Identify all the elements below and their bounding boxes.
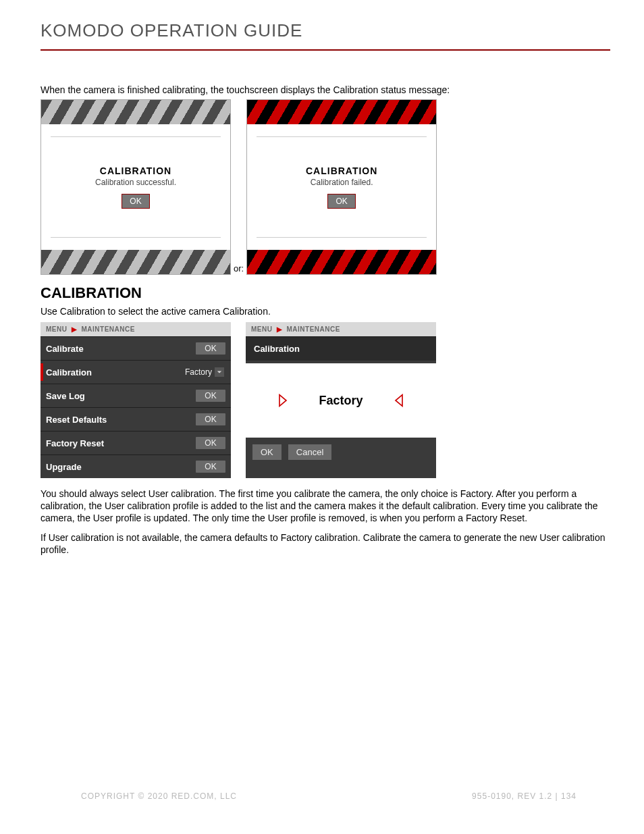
divider	[257, 136, 427, 137]
maintenance-menu: MENU ▶ MAINTENANCE CalibrateOKCalibratio…	[41, 322, 231, 478]
ok-button[interactable]: OK	[122, 194, 150, 209]
title-rule	[41, 49, 610, 51]
intro-text: When the camera is finished calibrating,…	[41, 84, 610, 95]
menu-item-label: Factory Reset	[46, 438, 104, 448]
dropdown-value[interactable]: Factory	[180, 366, 225, 378]
menu-item-label: Calibration	[46, 367, 92, 377]
menu-item-calibrate[interactable]: CalibrateOK	[41, 336, 231, 360]
divider	[257, 237, 427, 238]
picker-buttons: OK Cancel	[246, 438, 436, 468]
chevron-right-icon: ▶	[277, 325, 283, 333]
hazard-stripe-icon	[41, 100, 230, 124]
status-body: CALIBRATION Calibration successful. OK	[41, 124, 230, 250]
chevron-down-icon	[215, 367, 224, 377]
menu-item-label: Upgrade	[46, 462, 82, 472]
divider	[51, 237, 221, 238]
chevron-left-icon[interactable]	[393, 394, 405, 407]
chevron-right-icon: ▶	[72, 325, 78, 333]
picker-title: Calibration	[246, 336, 436, 361]
breadcrumb: MENU ▶ MAINTENANCE	[41, 322, 231, 336]
menu-item-factory-reset[interactable]: Factory ResetOK	[41, 431, 231, 454]
status-message: Calibration successful.	[95, 178, 176, 187]
hazard-stripe-icon	[247, 100, 436, 124]
menu-item-label: Reset Defaults	[46, 415, 107, 425]
section-heading: CALIBRATION	[41, 284, 610, 302]
calibration-picker-panel: MENU ▶ MAINTENANCE Calibration Factory O…	[246, 322, 436, 478]
picker-value: Factory	[319, 394, 363, 408]
cancel-button[interactable]: Cancel	[288, 444, 331, 460]
footer-copyright: COPYRIGHT © 2020 RED.COM, LLC	[81, 791, 237, 801]
selection-marker	[41, 363, 43, 381]
footer-pageinfo: 955-0190, REV 1.2 | 134	[472, 791, 576, 801]
or-label: or:	[234, 263, 244, 275]
menu-item-upgrade[interactable]: UpgradeOK	[41, 454, 231, 478]
status-title: CALIBRATION	[100, 165, 171, 176]
breadcrumb-leaf: MAINTENANCE	[287, 325, 340, 333]
ok-button[interactable]: OK	[196, 413, 225, 425]
menu-item-reset-defaults[interactable]: Reset DefaultsOK	[41, 407, 231, 431]
divider	[51, 136, 221, 137]
status-message: Calibration failed.	[311, 178, 373, 187]
body-paragraph: If User calibration is not available, th…	[41, 531, 610, 556]
menu-item-calibration[interactable]: CalibrationFactory	[41, 360, 231, 384]
ok-button[interactable]: OK	[196, 342, 225, 355]
status-panel-success: CALIBRATION Calibration successful. OK	[41, 99, 231, 275]
breadcrumb-root: MENU	[46, 325, 67, 333]
hazard-stripe-icon	[247, 250, 436, 274]
breadcrumb-leaf: MAINTENANCE	[82, 325, 135, 333]
menu-item-save-log[interactable]: Save LogOK	[41, 384, 231, 407]
value-picker[interactable]: Factory	[246, 363, 436, 438]
menu-item-label: Calibrate	[46, 344, 84, 354]
status-panel-fail: CALIBRATION Calibration failed. OK	[246, 99, 437, 275]
ok-button[interactable]: OK	[327, 194, 356, 209]
ok-button[interactable]: OK	[196, 390, 225, 402]
status-body: CALIBRATION Calibration failed. OK	[247, 124, 436, 250]
section-sub: Use Calibration to select the active cam…	[41, 306, 610, 317]
menu-list: CalibrateOKCalibrationFactorySave LogOKR…	[41, 336, 231, 478]
page-footer: COPYRIGHT © 2020 RED.COM, LLC 955-0190, …	[81, 791, 576, 801]
body-paragraph: You should always select User calibratio…	[41, 488, 610, 525]
breadcrumb: MENU ▶ MAINTENANCE	[246, 322, 436, 336]
menu-item-label: Save Log	[46, 391, 85, 401]
menu-row: MENU ▶ MAINTENANCE CalibrateOKCalibratio…	[41, 322, 610, 478]
status-row: CALIBRATION Calibration successful. OK o…	[41, 99, 610, 275]
page-title: KOMODO OPERATION GUIDE	[41, 20, 610, 41]
chevron-right-icon[interactable]	[277, 394, 289, 407]
status-title: CALIBRATION	[306, 165, 377, 176]
ok-button[interactable]: OK	[196, 461, 225, 473]
hazard-stripe-icon	[41, 250, 230, 274]
dropdown-label: Factory	[185, 367, 212, 377]
ok-button[interactable]: OK	[196, 437, 225, 449]
ok-button[interactable]: OK	[252, 444, 281, 460]
breadcrumb-root: MENU	[251, 325, 272, 333]
